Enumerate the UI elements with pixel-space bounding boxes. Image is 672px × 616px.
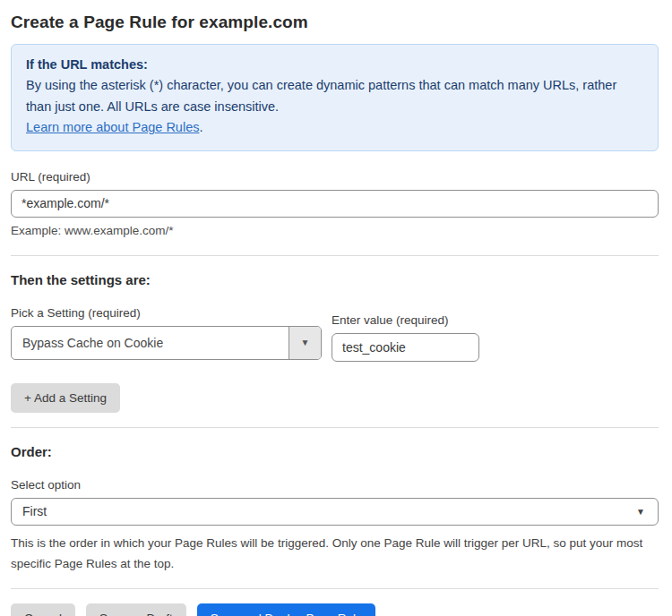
order-select-label: Select option	[11, 478, 659, 492]
chevron-down-icon: ▼	[301, 338, 310, 347]
link-suffix: .	[199, 120, 202, 134]
setting-dropdown-value: Bypass Cache on Cookie	[12, 327, 289, 359]
setting-value-column: Enter value (required)	[332, 287, 479, 362]
cancel-button[interactable]: Cancel	[11, 603, 75, 616]
order-section-heading: Order:	[11, 444, 659, 459]
url-match-info-box: If the URL matches: By using the asteris…	[11, 44, 659, 151]
order-select[interactable]: First ▼	[11, 498, 659, 526]
order-helper-text: This is the order in which your Page Rul…	[11, 533, 656, 574]
url-example-helper: Example: www.example.com/*	[11, 224, 659, 237]
setting-dropdown-button[interactable]: ▼	[289, 327, 321, 359]
setting-picker-column: Pick a Setting (required) Bypass Cache o…	[11, 287, 322, 360]
info-box-link-row: Learn more about Page Rules.	[26, 117, 643, 138]
order-select-value: First	[22, 504, 47, 518]
setting-value-input[interactable]	[332, 333, 479, 362]
info-box-body: By using the asterisk (*) character, you…	[26, 75, 643, 117]
info-box-heading: If the URL matches:	[26, 55, 643, 75]
save-draft-button[interactable]: Save as Draft	[86, 603, 186, 616]
url-input[interactable]	[11, 190, 659, 218]
url-label: URL (required)	[11, 170, 659, 184]
save-deploy-button[interactable]: Save and Deploy Page Rule	[197, 603, 376, 616]
divider	[11, 427, 659, 428]
add-setting-button[interactable]: + Add a Setting	[11, 383, 120, 413]
learn-more-link[interactable]: Learn more about Page Rules	[26, 120, 199, 134]
enter-value-label: Enter value (required)	[332, 313, 479, 327]
settings-section-heading: Then the settings are:	[11, 272, 659, 287]
pick-setting-label: Pick a Setting (required)	[11, 306, 322, 320]
divider	[11, 588, 659, 589]
setting-dropdown[interactable]: Bypass Cache on Cookie ▼	[11, 326, 322, 360]
divider	[11, 255, 659, 256]
create-page-rule-panel: Create a Page Rule for example.com If th…	[0, 0, 672, 616]
page-title: Create a Page Rule for example.com	[11, 13, 659, 32]
footer-actions: Cancel Save as Draft Save and Deploy Pag…	[11, 603, 659, 616]
settings-row: Pick a Setting (required) Bypass Cache o…	[11, 287, 659, 362]
chevron-down-icon: ▼	[636, 507, 645, 517]
